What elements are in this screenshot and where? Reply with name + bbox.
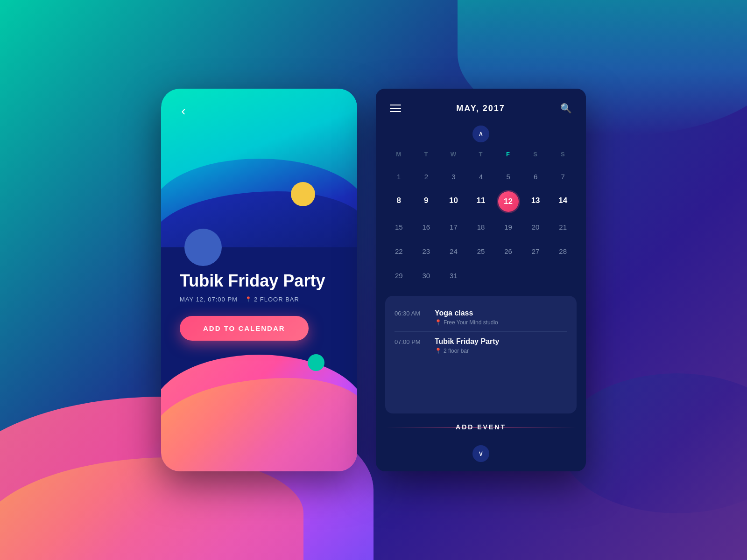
main-container: Tubik Friday Party MAY 12, 07:00 PM 📍 2 … <box>0 0 747 560</box>
cal-day-8[interactable]: 8 <box>389 191 408 210</box>
event-item-yoga[interactable]: 06:30 AM Yoga class 📍 Free Your Mind stu… <box>395 303 567 332</box>
add-event-button[interactable]: ADD EVENT <box>456 423 506 431</box>
collapse-up-button[interactable]: ∧ <box>472 126 489 142</box>
cal-day-24[interactable]: 24 <box>444 242 463 260</box>
event-name-yoga: Yoga class <box>435 309 567 317</box>
event-date: MAY 12, 07:00 PM <box>180 296 238 303</box>
back-button[interactable] <box>175 103 192 119</box>
cal-day-7[interactable]: 7 <box>554 167 572 186</box>
cal-day-1[interactable]: 1 <box>389 167 408 186</box>
event-details-party: Tubik Friday Party 📍 2 floor bar <box>435 337 567 354</box>
cal-day-17[interactable]: 17 <box>444 217 463 236</box>
menu-icon[interactable] <box>390 105 401 112</box>
days-header: M T W T F S S <box>376 147 586 161</box>
event-venue-party: 📍 2 floor bar <box>435 348 567 354</box>
cal-day-16[interactable]: 16 <box>417 217 436 236</box>
cal-day-20[interactable]: 20 <box>526 217 545 236</box>
event-content: Tubik Friday Party MAY 12, 07:00 PM 📍 2 … <box>161 272 357 341</box>
cal-day-31[interactable]: 31 <box>444 266 463 285</box>
collapse-down-button[interactable]: ∨ <box>472 445 489 462</box>
calendar-card: MAY, 2017 🔍 ∧ M T W T F S S 1 2 3 4 5 <box>376 89 586 471</box>
decorative-circle-yellow <box>291 182 315 206</box>
collapse-arrow-top: ∧ <box>376 123 586 147</box>
cal-day-empty3 <box>526 266 545 285</box>
cal-day-30[interactable]: 30 <box>417 266 436 285</box>
decorative-circle-teal <box>308 354 324 371</box>
event-item-party[interactable]: 07:00 PM Tubik Friday Party 📍 2 floor ba… <box>395 332 567 360</box>
event-detail-card: Tubik Friday Party MAY 12, 07:00 PM 📍 2 … <box>161 89 357 471</box>
cal-day-empty1 <box>472 266 490 285</box>
add-to-calendar-button[interactable]: ADD TO CALENDAR <box>180 316 309 341</box>
cal-day-4[interactable]: 4 <box>472 167 490 186</box>
event-meta: MAY 12, 07:00 PM 📍 2 FLOOR BAR <box>180 296 338 303</box>
chevron-up-icon: ∧ <box>478 130 484 138</box>
day-header-m: M <box>385 147 413 161</box>
day-header-w: W <box>440 147 467 161</box>
cal-day-29[interactable]: 29 <box>389 266 408 285</box>
events-list: 06:30 AM Yoga class 📍 Free Your Mind stu… <box>385 296 577 413</box>
calendar-grid: 1 2 3 4 5 6 7 8 9 10 11 12 13 14 15 16 1… <box>376 165 586 287</box>
day-header-t1: T <box>413 147 440 161</box>
collapse-arrow-bottom: ∨ <box>376 441 586 471</box>
search-icon[interactable]: 🔍 <box>560 103 572 114</box>
cal-day-21[interactable]: 21 <box>554 217 572 236</box>
day-header-s1: S <box>522 147 550 161</box>
calendar-header: MAY, 2017 🔍 <box>376 89 586 123</box>
cal-day-5[interactable]: 5 <box>499 167 518 186</box>
venue-icon-party: 📍 <box>435 348 442 354</box>
day-header-s2: S <box>549 147 577 161</box>
cal-day-23[interactable]: 23 <box>417 242 436 260</box>
chevron-down-icon: ∨ <box>478 450 484 457</box>
cal-day-6[interactable]: 6 <box>526 167 545 186</box>
cal-day-28[interactable]: 28 <box>554 242 572 260</box>
event-time-yoga: 06:30 AM <box>395 309 427 317</box>
event-name-party: Tubik Friday Party <box>435 337 567 346</box>
event-venue-yoga: 📍 Free Your Mind studio <box>435 319 567 326</box>
venue-text-party: 2 floor bar <box>444 348 469 354</box>
cal-day-14[interactable]: 14 <box>554 191 572 210</box>
event-location: 📍 2 FLOOR BAR <box>245 296 299 303</box>
cal-day-3[interactable]: 3 <box>444 167 463 186</box>
cal-day-10[interactable]: 10 <box>444 191 463 210</box>
event-details-yoga: Yoga class 📍 Free Your Mind studio <box>435 309 567 326</box>
day-header-t2: T <box>467 147 495 161</box>
cal-day-27[interactable]: 27 <box>526 242 545 260</box>
cal-day-26[interactable]: 26 <box>499 242 518 260</box>
venue-text-yoga: Free Your Mind studio <box>444 319 498 326</box>
cal-day-11[interactable]: 11 <box>472 191 490 210</box>
cal-day-12[interactable]: 12 <box>498 191 519 212</box>
location-icon: 📍 <box>245 296 252 302</box>
venue-icon-yoga: 📍 <box>435 319 442 326</box>
cal-day-25[interactable]: 25 <box>472 242 490 260</box>
event-location-text: 2 FLOOR BAR <box>254 296 299 303</box>
calendar-title: MAY, 2017 <box>456 104 505 113</box>
cal-day-13[interactable]: 13 <box>526 191 545 210</box>
cal-day-22[interactable]: 22 <box>389 242 408 260</box>
event-time-party: 07:00 PM <box>395 337 427 345</box>
cal-day-empty4 <box>554 266 572 285</box>
add-event-area: ADD EVENT <box>376 413 586 441</box>
cal-day-19[interactable]: 19 <box>499 217 518 236</box>
cal-day-2[interactable]: 2 <box>417 167 436 186</box>
day-header-f: F <box>494 147 522 161</box>
cal-day-18[interactable]: 18 <box>472 217 490 236</box>
event-title: Tubik Friday Party <box>180 272 338 290</box>
cal-day-15[interactable]: 15 <box>389 217 408 236</box>
decorative-circle-blue <box>184 229 222 266</box>
cal-day-empty2 <box>499 266 518 285</box>
cal-day-9[interactable]: 9 <box>417 191 436 210</box>
